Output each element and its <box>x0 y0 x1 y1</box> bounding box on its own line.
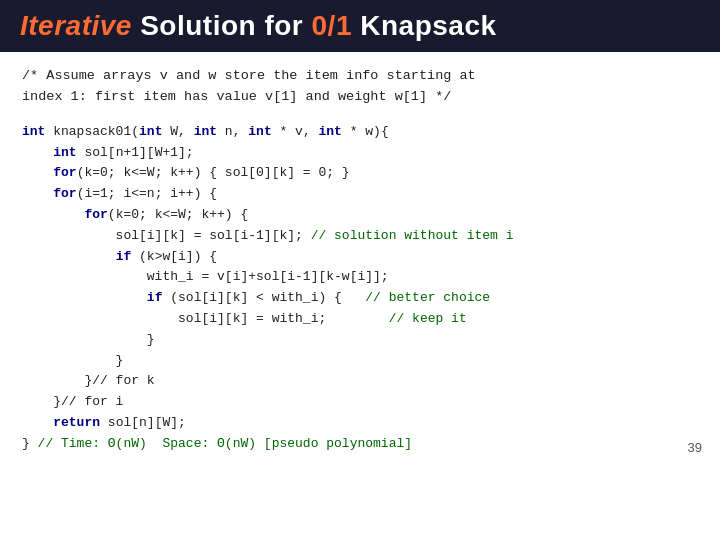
comment-line1: /* Assume arrays v and w store the item … <box>22 68 476 83</box>
slide-header: Iterative Solution for 0/1 Knapsack <box>0 0 720 52</box>
slide-number: 39 <box>688 440 702 455</box>
code-block: int knapsack01(int W, int n, int * v, in… <box>22 122 698 455</box>
slide-content: /* Assume arrays v and w store the item … <box>0 52 720 465</box>
slide-title: Iterative Solution for 0/1 Knapsack <box>20 10 497 42</box>
comment-block: /* Assume arrays v and w store the item … <box>22 66 698 108</box>
comment-line2: index 1: first item has value v[1] and w… <box>22 89 451 104</box>
title-knapsack: Knapsack <box>352 10 497 41</box>
slide-container: Iterative Solution for 0/1 Knapsack /* A… <box>0 0 720 465</box>
title-iterative: Iterative <box>20 10 132 41</box>
title-solution: Solution for <box>132 10 312 41</box>
title-fraction: 0/1 <box>312 10 352 41</box>
